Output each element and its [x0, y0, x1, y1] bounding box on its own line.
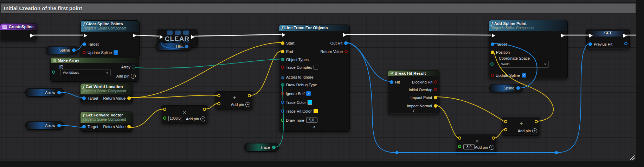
reroute-node[interactable]	[395, 151, 399, 154]
blueprint-graph-panel[interactable]: Initial Creation of the first point Crea…	[0, 0, 636, 161]
wires-layer	[0, 0, 636, 161]
reroute-node[interactable]	[555, 151, 558, 154]
blueprint-editor: Initial Creation of the first point Crea…	[0, 0, 644, 167]
